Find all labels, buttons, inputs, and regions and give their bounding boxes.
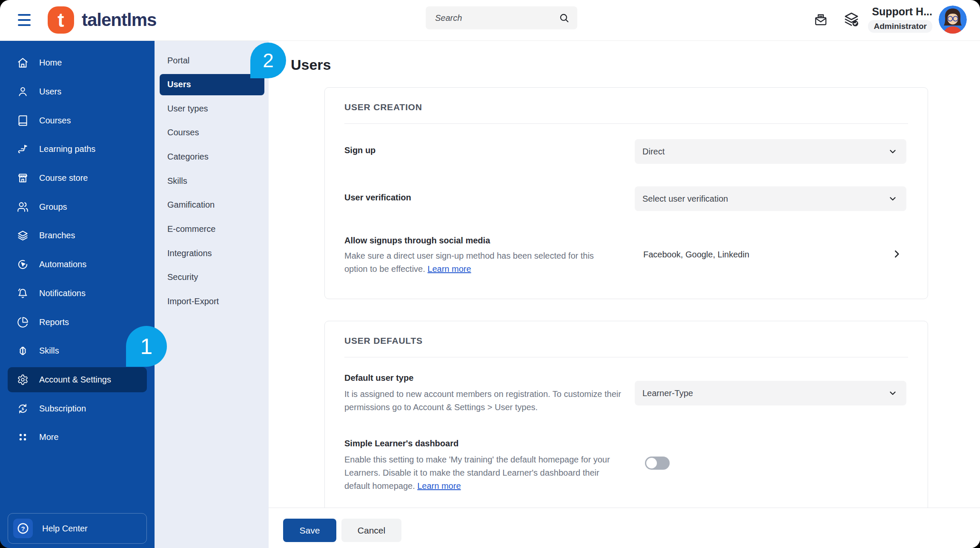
subnav-item-skills[interactable]: Skills <box>155 169 269 193</box>
subnav-item-security[interactable]: Security <box>155 265 269 290</box>
more-dots-icon <box>17 431 29 443</box>
social-signups-label: Allow signups through social media <box>344 236 490 245</box>
course-catalog-icon[interactable] <box>843 11 860 28</box>
sidebar-item-label: Courses <box>39 116 71 126</box>
brain-icon <box>17 345 29 357</box>
step-callout-2: 2 <box>250 43 286 78</box>
home-icon <box>17 57 29 68</box>
sidebar-item-label: Automations <box>39 260 86 269</box>
search-box <box>426 6 577 29</box>
subnav-item-user-types[interactable]: User types <box>155 97 269 121</box>
divider <box>344 123 908 124</box>
topbar: t talentlms Support H... Administrator <box>0 0 980 41</box>
sidebar-item-label: Learning paths <box>39 144 95 154</box>
simple-dashboard-description: Enable this setting to make 'My training… <box>344 453 619 493</box>
talentlms-logo[interactable]: t talentlms <box>48 6 156 34</box>
page-title: Users <box>291 57 331 73</box>
action-bar: Save Cancel <box>269 508 980 548</box>
subnav-item-gamification[interactable]: Gamification <box>155 193 269 217</box>
subnav-item-import-export[interactable]: Import-Export <box>155 289 269 314</box>
save-button[interactable]: Save <box>283 519 336 542</box>
sidebar-item-users[interactable]: Users <box>0 77 155 106</box>
sidebar-item-more[interactable]: More <box>0 423 155 452</box>
sidebar-item-automations[interactable]: Automations <box>0 250 155 279</box>
avatar[interactable] <box>939 6 967 34</box>
social-signups-description: Make sure a direct user sign-up method h… <box>344 249 617 276</box>
sidebar-item-label: Reports <box>39 317 69 327</box>
sidebar-item-label: More <box>39 432 59 442</box>
help-center-label: Help Center <box>42 524 88 534</box>
simple-dashboard-label: Simple Learner's dashboard <box>344 439 458 448</box>
talentlms-logo-icon: t <box>48 6 74 34</box>
chevron-down-icon <box>888 146 898 157</box>
app-window: t talentlms Support H... Administrator H… <box>0 0 980 548</box>
menu-toggle-button[interactable] <box>18 14 31 26</box>
sidebar-item-account-settings[interactable]: Account & Settings <box>8 367 147 392</box>
sidebar-item-notifications[interactable]: Notifications <box>0 279 155 308</box>
sidebar-item-label: Account & Settings <box>39 375 111 385</box>
pie-chart-icon <box>17 317 29 328</box>
sidebar-item-label: Home <box>39 58 62 68</box>
book-icon <box>17 115 29 126</box>
user-verification-label: User verification <box>344 193 411 203</box>
subnav-item-integrations[interactable]: Integrations <box>155 241 269 265</box>
sidebar-item-label: Users <box>39 87 61 97</box>
subnav-item-categories[interactable]: Categories <box>155 145 269 169</box>
description-text: Enable this setting to make 'My training… <box>344 455 610 491</box>
sidebar-item-home[interactable]: Home <box>0 49 155 77</box>
subnav-item-courses[interactable]: Courses <box>155 120 269 145</box>
section-heading: USER DEFAULTS <box>344 336 423 346</box>
learn-more-link[interactable]: Learn more <box>427 264 471 274</box>
social-providers-value: Facebook, Google, Linkedin <box>643 250 749 260</box>
sidebar-item-courses[interactable]: Courses <box>0 106 155 135</box>
groups-icon <box>17 201 29 213</box>
simple-dashboard-toggle[interactable] <box>645 457 670 470</box>
sidebar-item-label: Skills <box>39 346 59 356</box>
bell-icon <box>17 288 29 299</box>
sidebar-item-label: Course store <box>39 173 88 183</box>
main-content: Users USER CREATION Sign up Direct User … <box>269 40 980 548</box>
step-callout-1: 1 <box>126 326 167 367</box>
brand-text: talentlms <box>82 10 156 30</box>
svg-text:$: $ <box>22 406 24 411</box>
section-heading: USER CREATION <box>344 102 422 112</box>
user-creation-card: USER CREATION Sign up Direct User verifi… <box>324 87 928 299</box>
user-verification-select[interactable]: Select user verification <box>635 186 906 211</box>
toggle-knob <box>646 458 657 468</box>
sidebar-item-branches[interactable]: Branches <box>0 221 155 250</box>
sidebar-item-course-store[interactable]: Course store <box>0 164 155 193</box>
chevron-down-icon <box>888 194 898 204</box>
sign-up-selected-value: Direct <box>642 147 888 157</box>
sidebar-item-subscription[interactable]: $ Subscription <box>0 394 155 423</box>
sidebar-item-label: Groups <box>39 202 67 212</box>
user-icon <box>17 86 29 97</box>
default-user-type-label: Default user type <box>344 373 413 383</box>
sidebar-item-help-center[interactable]: ? Help Center <box>8 513 147 544</box>
default-user-type-selected-value: Learner-Type <box>642 388 888 398</box>
sidebar: Home Users Courses Learning paths Course… <box>0 40 155 548</box>
gear-icon <box>17 374 29 385</box>
learn-more-link[interactable]: Learn more <box>417 481 461 491</box>
user-menu[interactable]: Support H... Administrator <box>868 6 932 33</box>
layers-icon <box>17 230 29 241</box>
sidebar-item-label: Subscription <box>39 404 86 414</box>
subnav-item-ecommerce[interactable]: E-commerce <box>155 217 269 241</box>
user-name: Support H... <box>868 6 932 18</box>
search-input[interactable] <box>434 13 559 23</box>
default-user-type-select[interactable]: Learner-Type <box>635 381 906 405</box>
sign-up-label: Sign up <box>344 146 375 155</box>
subnav-item-users[interactable]: Users <box>160 74 264 95</box>
chevron-right-icon[interactable] <box>891 248 902 260</box>
store-icon <box>17 172 29 184</box>
search-icon[interactable] <box>559 12 570 23</box>
cancel-button[interactable]: Cancel <box>341 519 401 542</box>
sidebar-item-label: Branches <box>39 231 75 240</box>
sidebar-item-groups[interactable]: Groups <box>0 192 155 221</box>
settings-subnav: Portal Users User types Courses Categori… <box>155 40 269 548</box>
sidebar-item-learning-paths[interactable]: Learning paths <box>0 135 155 164</box>
messages-icon[interactable] <box>813 12 828 27</box>
sign-up-select[interactable]: Direct <box>635 139 906 164</box>
sidebar-item-label: Notifications <box>39 288 86 298</box>
divider <box>344 357 908 357</box>
help-icon: ? <box>13 519 33 538</box>
